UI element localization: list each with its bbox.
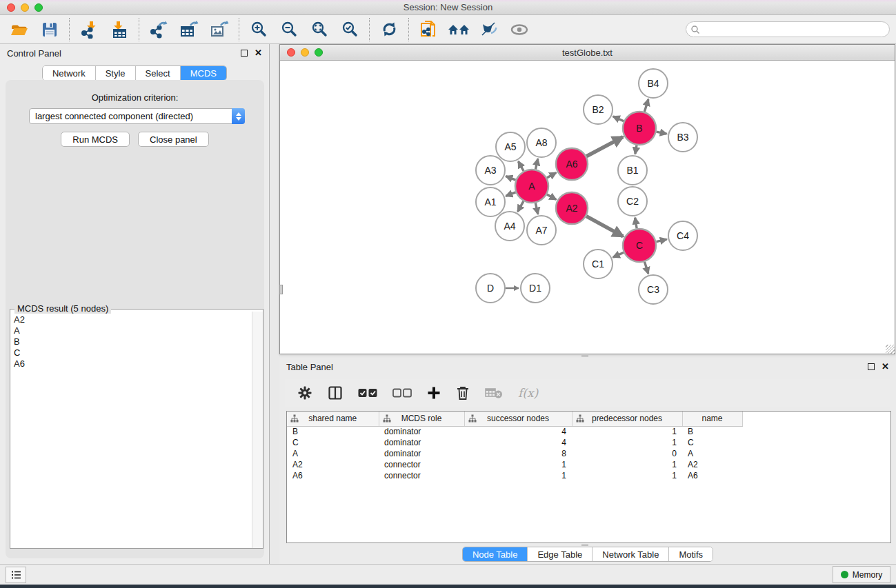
graph-edge-C-C1[interactable]: [613, 252, 624, 257]
column-header-name[interactable]: name: [682, 412, 742, 426]
tab-mcds[interactable]: MCDS: [181, 66, 226, 80]
close-panel-icon[interactable]: ✕: [255, 50, 262, 57]
tab-style[interactable]: Style: [96, 66, 136, 80]
table-cell[interactable]: 4: [464, 426, 572, 437]
table-cell[interactable]: A6: [287, 470, 379, 481]
create-column-button[interactable]: [427, 386, 441, 400]
column-header-predecessor-nodes[interactable]: predecessor nodes: [572, 412, 682, 426]
graph-edge-A-A3[interactable]: [506, 176, 515, 180]
table-cell[interactable]: connector: [379, 470, 464, 481]
column-header-MCDS-role[interactable]: MCDS role: [379, 412, 464, 426]
table-cell[interactable]: A2: [287, 459, 379, 470]
import-table-button[interactable]: [107, 19, 132, 41]
table-cell[interactable]: C: [287, 437, 379, 448]
table-cell[interactable]: 1: [464, 459, 572, 470]
float-panel-icon[interactable]: [241, 50, 248, 57]
network-canvas[interactable]: B4B2BB3A5A8A6A3B1AC2A1A2A4A7C4CC1DD1C3: [280, 61, 895, 354]
unselect-all-columns-button[interactable]: [392, 388, 412, 398]
graph-edge-B-B2[interactable]: [613, 116, 624, 121]
table-splitter-grip[interactable]: [581, 544, 588, 547]
import-network-button[interactable]: [77, 19, 101, 41]
table-cell[interactable]: 8: [464, 448, 572, 459]
table-cell[interactable]: 0: [572, 448, 682, 459]
show-panels-button[interactable]: [6, 567, 26, 583]
result-item[interactable]: A6: [14, 358, 252, 369]
graph-edge-B-B1[interactable]: [635, 145, 637, 154]
result-scrollbar[interactable]: [252, 312, 263, 548]
zoom-selected-button[interactable]: [337, 19, 362, 41]
resize-grip-icon[interactable]: [886, 345, 895, 354]
graph-edge-C-C4[interactable]: [656, 239, 666, 241]
table-cell[interactable]: dominator: [379, 448, 464, 459]
graph-edge-B-B3[interactable]: [656, 132, 666, 134]
save-session-button[interactable]: [37, 19, 62, 41]
graph-edge-A-A6[interactable]: [547, 173, 556, 178]
table-cell[interactable]: 1: [572, 426, 682, 437]
first-neighbors-button[interactable]: [446, 19, 471, 41]
table-row[interactable]: Adominator80A: [287, 448, 753, 459]
export-image-button[interactable]: [207, 19, 232, 41]
mcds-result-list[interactable]: A2ABCA6: [10, 312, 252, 548]
close-panel-button[interactable]: Close panel: [138, 132, 209, 147]
graph-edge-A-A2[interactable]: [547, 194, 556, 199]
tab-network[interactable]: Network: [43, 66, 96, 80]
table-cell[interactable]: 1: [572, 459, 682, 470]
table-row[interactable]: A6connector11A6: [287, 470, 753, 481]
result-item[interactable]: B: [14, 336, 252, 347]
table-cell[interactable]: 1: [464, 470, 572, 481]
graph-edge-A6-B[interactable]: [586, 137, 623, 156]
column-header-successor-nodes[interactable]: successor nodes: [464, 412, 572, 426]
table-row[interactable]: Bdominator41B: [287, 426, 753, 437]
run-mcds-button[interactable]: Run MCDS: [61, 132, 130, 147]
table-cell[interactable]: B: [682, 426, 742, 437]
hide-graphics-details-button[interactable]: [477, 19, 501, 41]
result-item[interactable]: A2: [14, 314, 252, 325]
open-file-button[interactable]: [7, 19, 32, 41]
criterion-dropdown[interactable]: largest connected component (directed): [29, 108, 245, 124]
zoom-in-button[interactable]: [246, 19, 271, 41]
new-network-from-selection-button[interactable]: [416, 19, 441, 41]
graph-edge-A-A8[interactable]: [535, 159, 537, 169]
tab-motifs[interactable]: Motifs: [669, 547, 713, 561]
search-input[interactable]: [700, 22, 889, 37]
graph-edge-A-A1[interactable]: [506, 192, 515, 196]
show-column-button[interactable]: [328, 385, 343, 401]
result-item[interactable]: A: [14, 325, 252, 336]
table-cell[interactable]: dominator: [379, 426, 464, 437]
graph-edge-B-B4[interactable]: [644, 99, 648, 112]
table-cell[interactable]: C: [682, 437, 742, 448]
graph-edge-A-A5[interactable]: [518, 161, 524, 171]
zoom-fit-button[interactable]: [307, 19, 332, 41]
delete-table-button[interactable]: [485, 387, 503, 399]
graph-edge-A2-C[interactable]: [586, 216, 623, 236]
table-cell[interactable]: A2: [682, 459, 742, 470]
table-cell[interactable]: 1: [572, 437, 682, 448]
export-network-button[interactable]: [146, 19, 171, 41]
zoom-out-button[interactable]: [277, 19, 301, 41]
show-graphics-details-button[interactable]: [507, 19, 532, 41]
table-row[interactable]: A2connector11A2: [287, 459, 753, 470]
table-options-button[interactable]: [297, 385, 312, 401]
graph-edge-A-A4[interactable]: [518, 201, 524, 212]
delete-columns-button[interactable]: [456, 385, 470, 401]
memory-button[interactable]: Memory: [833, 566, 890, 583]
search-field[interactable]: [686, 21, 890, 37]
result-item[interactable]: C: [14, 347, 252, 358]
table-cell[interactable]: A6: [682, 470, 742, 481]
tab-select[interactable]: Select: [136, 66, 181, 80]
node-table[interactable]: shared nameMCDS rolesuccessor nodesprede…: [286, 411, 891, 543]
table-cell[interactable]: 1: [572, 470, 682, 481]
table-cell[interactable]: B: [287, 426, 379, 437]
graph-edge-A-A7[interactable]: [535, 203, 538, 214]
tab-network-table[interactable]: Network Table: [593, 547, 669, 561]
float-table-panel-icon[interactable]: [868, 363, 875, 370]
table-cell[interactable]: A: [287, 448, 379, 459]
canvas-side-grip[interactable]: [279, 285, 283, 294]
tab-node-table[interactable]: Node Table: [463, 547, 528, 561]
table-cell[interactable]: A: [682, 448, 742, 459]
table-cell[interactable]: dominator: [379, 437, 464, 448]
function-builder-button[interactable]: f(x): [518, 386, 538, 400]
column-header-shared-name[interactable]: shared name: [287, 412, 379, 426]
table-cell[interactable]: 4: [464, 437, 572, 448]
table-cell[interactable]: connector: [379, 459, 464, 470]
